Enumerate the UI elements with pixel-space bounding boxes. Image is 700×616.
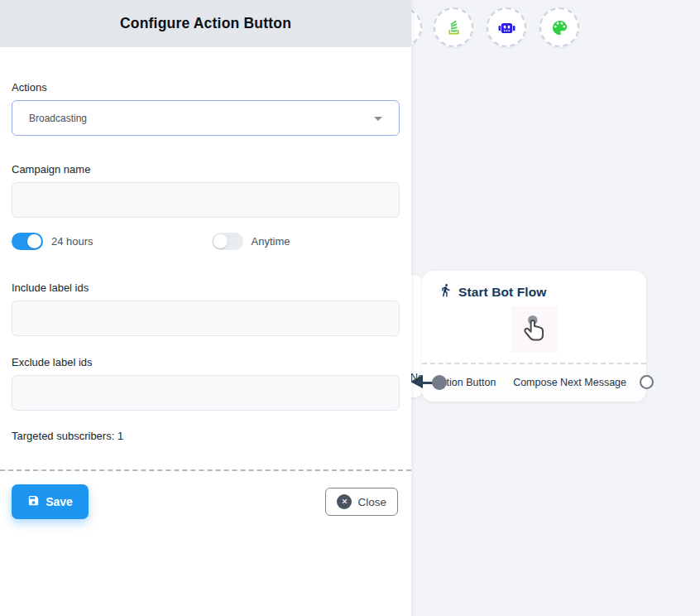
exclude-label-ids-label: Exclude label ids xyxy=(12,356,400,368)
toggle-knob xyxy=(213,234,228,248)
save-icon xyxy=(27,494,40,509)
actions-selected-value: Broadcasting xyxy=(29,113,87,124)
close-button-label: Close xyxy=(357,496,386,508)
port-compose-next-message[interactable]: Compose Next Message xyxy=(513,377,626,388)
toolbar-button-bot[interactable] xyxy=(487,7,526,47)
toggle-knob xyxy=(27,234,41,248)
node-title: Start Bot Flow xyxy=(458,285,546,300)
save-button[interactable]: Save xyxy=(12,484,89,519)
robot-icon xyxy=(497,18,516,37)
dashed-divider xyxy=(0,469,411,471)
close-icon: ✕ xyxy=(337,494,352,509)
chevron-down-icon xyxy=(374,117,382,121)
targeted-subscribers: Targeted subscribers: 1 xyxy=(12,430,400,442)
close-button[interactable]: ✕ Close xyxy=(325,488,398,516)
tap-cursor-icon[interactable] xyxy=(511,306,558,353)
toggle-anytime-label: Anytime xyxy=(252,235,290,248)
save-button-label: Save xyxy=(46,495,73,508)
node-footer: Action Button Compose Next Message xyxy=(422,363,646,402)
toolbar-button-stack[interactable] xyxy=(434,7,473,47)
toggle-24-hours-label: 24 hours xyxy=(51,235,93,248)
exclude-label-ids-input[interactable] xyxy=(12,375,400,411)
configure-action-button-panel: Configure Action Button Actions Broadcas… xyxy=(0,0,411,616)
include-label-ids-label: Include label ids xyxy=(12,282,400,294)
palette-icon xyxy=(550,18,569,37)
panel-header: Configure Action Button xyxy=(0,0,411,47)
actions-select[interactable]: Broadcasting xyxy=(12,100,400,136)
port-connector-empty[interactable] xyxy=(640,375,654,389)
include-label-ids-input[interactable] xyxy=(12,301,400,336)
toggle-group-24-hours: 24 hours xyxy=(12,233,93,250)
walking-person-icon xyxy=(439,283,453,301)
targeted-subscribers-count: 1 xyxy=(117,430,123,442)
port-connector-filled[interactable] xyxy=(432,375,447,390)
toolbar-button-theme[interactable] xyxy=(539,7,579,47)
toggle-anytime[interactable] xyxy=(212,233,243,250)
targeted-subscribers-label: Targeted subscribers: xyxy=(12,430,114,442)
actions-label: Actions xyxy=(12,81,400,94)
toggle-24-hours[interactable] xyxy=(12,233,43,250)
node-header: Start Bot Flow xyxy=(422,271,646,301)
campaign-name-input[interactable] xyxy=(12,182,400,218)
page-title: Configure Action Button xyxy=(120,15,291,32)
stack-icon xyxy=(445,19,463,36)
toggle-group-anytime: Anytime xyxy=(212,233,290,250)
flow-node-start-bot-flow[interactable]: Start Bot Flow Action Button Compose Nex… xyxy=(422,271,646,402)
campaign-name-label: Campaign name xyxy=(12,163,400,176)
